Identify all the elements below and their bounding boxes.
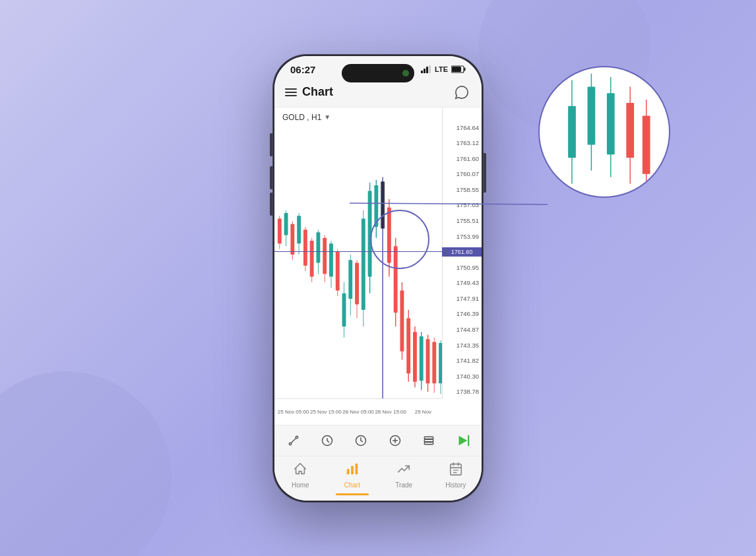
svg-rect-80 (424, 442, 433, 444)
layers-button[interactable] (420, 432, 437, 449)
symbol-text: GOLD , H1 (282, 113, 321, 122)
price-1764: 1764.64 (445, 124, 479, 131)
price-1758: 1758.55 (445, 186, 479, 193)
svg-rect-17 (452, 67, 461, 72)
candles-wrapper (274, 127, 442, 398)
svg-rect-8 (626, 103, 634, 158)
svg-rect-2 (568, 106, 576, 158)
chart-symbol-label: GOLD , H1 ▼ (282, 113, 331, 122)
svg-rect-35 (329, 243, 333, 276)
nav-item-chart[interactable]: Chart (327, 462, 379, 489)
trade-icon (396, 462, 411, 479)
price-1760: 1760.07 (445, 170, 479, 177)
time-button[interactable] (352, 432, 369, 449)
svg-rect-57 (400, 290, 404, 351)
svg-rect-61 (413, 332, 417, 381)
price-1741: 1741.82 (445, 357, 479, 364)
price-1744: 1744.87 (445, 326, 479, 333)
status-time: 06:27 (290, 64, 315, 75)
menu-button[interactable] (285, 88, 297, 96)
price-1761: 1761.60 (445, 155, 479, 162)
draw-tool-button[interactable] (285, 432, 302, 449)
price-1763: 1763.12 (445, 139, 479, 146)
svg-rect-13 (426, 67, 428, 73)
svg-rect-85 (355, 463, 358, 474)
battery-icon (451, 65, 466, 73)
magnify-svg (540, 67, 669, 197)
indicators-button[interactable] (319, 432, 336, 449)
lte-label: LTE (435, 65, 448, 73)
time-axis: 25 Nov 05:00 25 Nov 15:00 28 Nov 05:00 2… (274, 398, 442, 425)
svg-rect-6 (607, 93, 615, 154)
svg-rect-83 (347, 469, 350, 474)
price-1755: 1755.51 (445, 217, 479, 224)
svg-rect-11 (421, 71, 423, 73)
svg-rect-12 (424, 69, 425, 73)
price-1740: 1740.30 (445, 373, 479, 380)
price-1743: 1743.35 (445, 342, 479, 349)
dynamic-island (342, 64, 414, 82)
svg-point-71 (296, 436, 298, 438)
nav-label-trade: Trade (395, 481, 412, 489)
timeframe-dropdown[interactable]: ▼ (324, 113, 331, 121)
svg-rect-43 (355, 263, 359, 304)
svg-rect-23 (290, 224, 294, 254)
nav-item-history[interactable]: History (430, 462, 482, 489)
price-1750: 1750.95 (445, 264, 479, 271)
svg-rect-27 (303, 230, 307, 266)
svg-rect-37 (336, 251, 340, 290)
svg-rect-33 (323, 237, 327, 274)
time-label-2: 28 Nov 05:00 (342, 409, 374, 415)
toolbar (274, 425, 482, 456)
nav-item-home[interactable]: Home (274, 462, 327, 489)
svg-rect-67 (432, 342, 436, 383)
svg-rect-21 (284, 213, 288, 235)
svg-rect-45 (362, 218, 365, 309)
price-1738: 1738.78 (445, 388, 479, 395)
status-icons: LTE (421, 65, 466, 73)
svg-rect-39 (342, 293, 346, 326)
price-1746: 1746.39 (445, 310, 479, 317)
svg-rect-4 (588, 86, 596, 144)
bg-circle-left (0, 371, 172, 556)
signal-icon (421, 65, 431, 73)
svg-rect-63 (420, 336, 424, 381)
svg-point-70 (289, 443, 291, 445)
price-1749: 1749.43 (445, 279, 479, 286)
svg-rect-79 (424, 439, 433, 441)
svg-line-72 (291, 438, 296, 443)
chat-icon (455, 85, 469, 100)
camera-dot (402, 70, 409, 77)
svg-rect-16 (464, 68, 466, 71)
svg-rect-10 (643, 116, 650, 174)
svg-rect-25 (297, 216, 301, 243)
svg-rect-55 (394, 246, 398, 313)
svg-rect-31 (317, 232, 321, 263)
chat-button[interactable] (453, 83, 471, 102)
candlestick-chart (274, 127, 442, 398)
svg-rect-47 (368, 191, 372, 276)
add-button[interactable] (387, 432, 404, 449)
time-label-1: 25 Nov 15:00 (309, 409, 342, 415)
svg-rect-84 (351, 466, 354, 474)
svg-rect-78 (424, 437, 433, 439)
header-left: Chart (285, 85, 333, 99)
page-title: Chart (302, 85, 333, 99)
price-1757: 1757.03 (445, 201, 479, 208)
svg-rect-14 (429, 65, 431, 73)
nav-item-trade[interactable]: Trade (378, 462, 430, 489)
nav-label-chart: Chart (344, 481, 360, 489)
price-1747: 1747.91 (445, 295, 479, 302)
status-bar: 06:27 LTE (274, 56, 482, 78)
nav-label-home: Home (292, 481, 309, 489)
svg-rect-65 (426, 339, 430, 383)
chart-area[interactable]: GOLD , H1 ▼ 1764.64 1763.12 1761.60 1760… (274, 108, 482, 425)
current-price-line (274, 251, 442, 252)
bottom-nav: Home Chart (274, 456, 482, 501)
svg-rect-51 (381, 181, 385, 228)
history-icon (449, 462, 463, 479)
time-label-3: 28 Nov 15:00 (375, 409, 407, 415)
play-button[interactable] (454, 432, 471, 449)
home-icon (293, 462, 307, 479)
time-label-4: 29 Nov (407, 409, 439, 415)
